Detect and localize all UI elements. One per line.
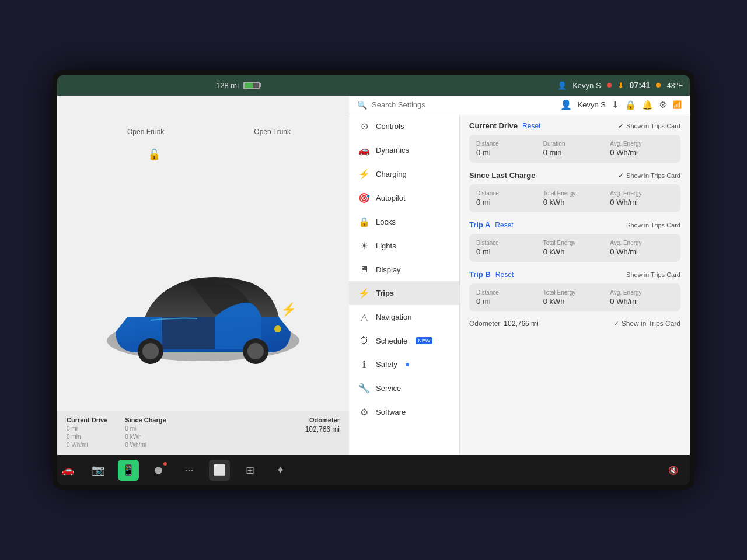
car-stats: Current Drive 0 mi0 min0 Wh/mi Since Cha… — [57, 411, 349, 455]
nav-schedule[interactable]: ⏱ Schedule NEW — [349, 329, 459, 352]
current-distance-cell: Distance 0 mi — [476, 141, 540, 157]
since-distance-cell: Distance 0 mi — [476, 190, 540, 206]
taskbar-grid[interactable]: ⊞ — [239, 460, 260, 481]
nav-service[interactable]: 🔧 Service — [349, 376, 459, 400]
download-icon: ⬇ — [617, 81, 624, 90]
since-distance-label: Distance — [476, 190, 540, 197]
screen-bezel: 128 mi 👤 Kevyn S ⬇ 07:41 43°F — [53, 70, 694, 490]
trip-a-stats-grid: Distance 0 mi Total Energy 0 kWh Avg. En… — [469, 234, 680, 262]
nav-autopilot[interactable]: 🎯 Autopilot — [349, 186, 459, 210]
since-charge-values: 0 mi0 kWh0 Wh/mi — [125, 425, 166, 449]
dynamics-icon: 🚗 — [358, 145, 370, 156]
current-drive-stats-grid: Distance 0 mi Duration 0 min Avg. Energy… — [469, 135, 680, 163]
nav-controls[interactable]: ⊙ Controls — [349, 114, 459, 138]
nav-safety[interactable]: ℹ Safety — [349, 352, 459, 376]
current-energy-label: Avg. Energy — [610, 141, 673, 147]
display-icon: 🖥 — [358, 264, 370, 275]
current-energy-cell: Avg. Energy 0 Wh/mi — [610, 141, 673, 157]
current-distance-label: Distance — [476, 141, 540, 147]
since-charge-header: Since Last Charge ✓ Show in Trips Card — [469, 171, 680, 180]
schedule-badge: NEW — [416, 337, 432, 344]
svg-point-2 — [142, 343, 159, 359]
trip-b-reset[interactable]: Reset — [495, 271, 514, 279]
nav-dynamics[interactable]: 🚗 Dynamics — [349, 138, 459, 162]
nav-charging[interactable]: ⚡ Charging — [349, 162, 459, 186]
status-bar-left: 128 mi — [216, 81, 260, 90]
trip-b-avg-label: Avg. Energy — [610, 289, 673, 296]
current-energy-value: 0 Wh/mi — [610, 148, 673, 157]
nav-display[interactable]: 🖥 Display — [349, 258, 459, 281]
since-charge-check: ✓ — [618, 172, 624, 180]
nav-autopilot-label: Autopilot — [376, 194, 406, 202]
since-charge-stat: Since Charge 0 mi0 kWh0 Wh/mi — [125, 416, 166, 449]
open-trunk-label[interactable]: Open Trunk — [254, 128, 291, 136]
nav-navigation[interactable]: △ Navigation — [349, 305, 459, 329]
trips-odometer-value: 102,766 mi — [504, 320, 538, 328]
nav-lights-label: Lights — [376, 242, 396, 250]
nav-software[interactable]: ⚙ Software — [349, 400, 459, 424]
time-display: 07:41 — [630, 80, 651, 90]
taskbar-more[interactable]: ··· — [179, 460, 200, 481]
trip-a-section: Trip A Reset Show in Trips Card Distance… — [469, 220, 680, 262]
since-charge-stats-grid: Distance 0 mi Total Energy 0 kWh Avg. En… — [469, 184, 680, 212]
alert-btn[interactable]: 🔔 — [642, 100, 653, 110]
trip-a-reset[interactable]: Reset — [495, 221, 513, 229]
lights-icon: ☀ — [358, 240, 370, 251]
trip-b-title: Trip B — [469, 270, 491, 279]
status-bar-right: 👤 Kevyn S ⬇ 07:41 43°F — [557, 80, 683, 90]
trip-a-avg-value: 0 Wh/mi — [610, 247, 673, 256]
user-icon-char: 👤 — [557, 81, 567, 90]
trips-content: Current Drive Reset ✓ Show in Trips Card… — [460, 114, 690, 455]
current-drive-label: Current Drive — [67, 416, 107, 424]
trip-a-distance-value: 0 mi — [476, 247, 540, 256]
search-icon: 🔍 — [357, 100, 367, 110]
taskbar-camera[interactable]: 📷 — [88, 460, 109, 481]
nav-safety-label: Safety — [376, 360, 397, 369]
trip-a-title: Trip A — [469, 220, 490, 229]
nav-locks[interactable]: 🔒 Locks — [349, 210, 459, 234]
taskbar-record[interactable]: ⏺ — [148, 460, 169, 481]
since-avg-label: Avg. Energy — [610, 190, 673, 197]
screen-inner: 128 mi 👤 Kevyn S ⬇ 07:41 43°F — [57, 75, 690, 485]
settings-nav: ⊙ Controls 🚗 Dynamics ⚡ Charging 🎯 — [349, 114, 460, 455]
taskbar-star[interactable]: ✦ — [270, 460, 291, 481]
battery-fill — [245, 83, 253, 88]
status-dot-red — [607, 83, 612, 88]
lock-icon: 🔓 — [148, 148, 160, 161]
since-distance-value: 0 mi — [476, 198, 540, 206]
nav-lights[interactable]: ☀ Lights — [349, 234, 459, 258]
trip-a-avg-cell: Avg. Energy 0 Wh/mi — [610, 240, 673, 256]
settings-btn[interactable]: ⚙ — [659, 100, 666, 110]
current-duration-value: 0 min — [543, 148, 607, 157]
current-drive-reset[interactable]: Reset — [522, 122, 540, 130]
odometer-label: Odometer — [305, 416, 340, 424]
trip-a-distance-cell: Distance 0 mi — [476, 240, 540, 256]
car-image — [98, 247, 308, 376]
charge-icon: ⚡ — [281, 302, 296, 317]
trip-b-stats-grid: Distance 0 mi Total Energy 0 kWh Avg. En… — [469, 284, 680, 312]
search-input[interactable] — [372, 100, 560, 109]
search-row: 🔍 👤 Kevyn S ⬇ 🔒 🔔 ⚙ 📶 — [349, 96, 690, 114]
autopilot-icon: 🎯 — [358, 192, 370, 204]
current-drive-stat: Current Drive 0 mi0 min0 Wh/mi — [67, 416, 107, 449]
current-drive-check: ✓ — [618, 122, 624, 130]
open-frunk-label[interactable]: Open Frunk — [127, 128, 164, 136]
user-bar-name: Kevyn S — [578, 100, 606, 109]
safety-dot — [406, 363, 409, 366]
taskbar-apps[interactable]: ⬜ — [209, 460, 230, 481]
download-btn[interactable]: ⬇ — [612, 100, 619, 110]
current-drive-values: 0 mi0 min0 Wh/mi — [67, 425, 107, 449]
taskbar-car[interactable]: 🚗 — [57, 460, 78, 481]
taskbar-phone[interactable]: 📱 — [118, 460, 139, 481]
odometer-show-trips: ✓ Show in Trips Card — [613, 320, 680, 328]
user-right: 👤 Kevyn S ⬇ 🔒 🔔 ⚙ 📶 — [560, 99, 682, 110]
trip-b-header: Trip B Reset Show in Trips Card — [469, 270, 680, 279]
lock-btn[interactable]: 🔒 — [625, 100, 636, 110]
car-svg — [98, 247, 308, 376]
trip-a-energy-label: Total Energy — [543, 240, 607, 246]
nav-trips[interactable]: ⚡ Trips — [349, 281, 459, 305]
current-distance-value: 0 mi — [476, 148, 540, 157]
current-drive-section: Current Drive Reset ✓ Show in Trips Card… — [469, 121, 680, 163]
nav-software-label: Software — [376, 408, 406, 416]
mute-icon[interactable]: 🔇 — [668, 466, 690, 475]
